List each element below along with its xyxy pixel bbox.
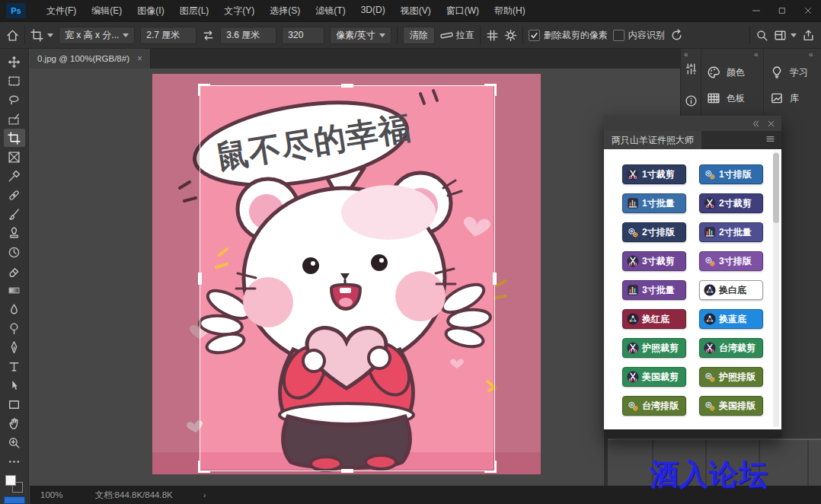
- menu-item-9[interactable]: 窗口(W): [439, 2, 486, 20]
- menu-item-4[interactable]: 文字(Y): [217, 2, 261, 20]
- healing-brush-tool[interactable]: [4, 186, 25, 204]
- plugin-button[interactable]: 2寸裁剪: [699, 193, 763, 213]
- menu-item-2[interactable]: 图像(I): [130, 2, 171, 20]
- share-icon[interactable]: [802, 29, 815, 42]
- brush-tool[interactable]: [4, 205, 25, 223]
- plugin-button[interactable]: 台湾排版: [622, 396, 686, 416]
- menu-item-7[interactable]: 3D(D): [354, 2, 392, 20]
- plugin-close-icon[interactable]: [767, 120, 775, 128]
- plugin-button[interactable]: 2寸排版: [622, 222, 686, 242]
- menu-item-8[interactable]: 视图(V): [394, 2, 438, 20]
- learn-panel-button[interactable]: 学习: [769, 65, 808, 79]
- status-options-chevron[interactable]: ›: [203, 490, 206, 499]
- plugin-button[interactable]: 3寸批量: [622, 280, 686, 300]
- clear-button[interactable]: 清除: [403, 27, 435, 44]
- plugin-tab[interactable]: 两只山羊证件照大师: [604, 131, 701, 149]
- close-button[interactable]: [795, 1, 821, 21]
- crop-handle-top[interactable]: [341, 84, 353, 88]
- plugin-button[interactable]: 3寸排版: [699, 251, 763, 271]
- quick-mask-button[interactable]: [4, 496, 25, 504]
- plugin-button[interactable]: 美国裁剪: [622, 367, 686, 387]
- crop-tool[interactable]: [4, 129, 25, 147]
- maximize-button[interactable]: [769, 1, 795, 21]
- search-icon[interactable]: [756, 29, 768, 42]
- crop-width-input[interactable]: 2.7 厘米: [140, 27, 196, 44]
- plugin-scrollbar-thumb[interactable]: [773, 153, 779, 223]
- crop-handle-top-right[interactable]: [484, 84, 497, 96]
- type-tool[interactable]: [4, 357, 25, 375]
- crop-handle-bottom-right[interactable]: [484, 461, 497, 473]
- zoom-level-field[interactable]: 100%: [40, 490, 62, 499]
- plugin-button[interactable]: 换红底: [622, 309, 686, 329]
- tab-close-icon[interactable]: ×: [137, 53, 142, 64]
- plugin-menu-button[interactable]: [765, 134, 775, 146]
- plugin-button[interactable]: 护照排版: [699, 367, 763, 387]
- blur-tool[interactable]: [4, 300, 25, 318]
- resolution-unit-select[interactable]: 像素/英寸: [330, 27, 391, 44]
- clone-stamp-tool[interactable]: [4, 224, 25, 242]
- plugin-button[interactable]: 1寸排版: [699, 164, 763, 184]
- gradient-tool[interactable]: [4, 281, 25, 299]
- zoom-tool[interactable]: [4, 433, 25, 451]
- tool-preset-button[interactable]: [30, 29, 53, 42]
- workspace-switcher[interactable]: [774, 29, 797, 42]
- path-selection-tool[interactable]: [4, 376, 25, 394]
- plugin-button[interactable]: 台湾裁剪: [699, 338, 763, 358]
- lasso-tool[interactable]: [4, 91, 25, 109]
- frame-tool[interactable]: [4, 148, 25, 166]
- document-image[interactable]: 鼠不尽的幸福: [152, 74, 541, 474]
- marquee-tool[interactable]: [4, 72, 25, 90]
- content-aware-checkbox[interactable]: 内容识别: [613, 29, 665, 42]
- plugin-button[interactable]: 1寸裁剪: [622, 164, 686, 184]
- eyedropper-tool[interactable]: [4, 167, 25, 185]
- crop-handle-top-left[interactable]: [198, 84, 210, 96]
- delete-cropped-pixels-checkbox[interactable]: 删除裁剪的像素: [529, 29, 608, 42]
- libraries-panel-button[interactable]: 库: [769, 91, 799, 105]
- document-tab[interactable]: 0.jpg @ 100%(RGB/8#) ×: [30, 49, 151, 69]
- history-brush-tool[interactable]: [4, 243, 25, 261]
- straighten-button[interactable]: 拉直: [440, 29, 474, 42]
- home-icon[interactable]: [6, 29, 19, 42]
- minimize-button[interactable]: [743, 1, 769, 21]
- crop-handle-left[interactable]: [198, 273, 202, 285]
- swap-dimensions-icon[interactable]: [202, 29, 215, 42]
- edit-toolbar-ellipsis-icon[interactable]: [4, 454, 25, 469]
- menu-item-3[interactable]: 图层(L): [173, 2, 216, 20]
- menu-item-1[interactable]: 编辑(E): [85, 2, 129, 20]
- collapse-panel-icon[interactable]: «: [754, 50, 758, 59]
- swatches-panel-button[interactable]: 色板: [706, 91, 745, 105]
- plugin-button[interactable]: 换白底: [699, 280, 763, 300]
- eraser-tool[interactable]: [4, 262, 25, 280]
- info-panel-button[interactable]: [682, 91, 700, 110]
- crop-height-input[interactable]: 3.6 厘米: [220, 27, 276, 44]
- color-swatches[interactable]: [5, 474, 24, 491]
- resolution-input[interactable]: 320: [282, 27, 324, 44]
- rectangle-tool[interactable]: [4, 395, 25, 413]
- menu-item-10[interactable]: 帮助(H): [487, 2, 532, 20]
- menu-item-6[interactable]: 滤镜(T): [308, 2, 352, 20]
- pen-tool[interactable]: [4, 338, 25, 356]
- menu-item-0[interactable]: 文件(F): [40, 2, 83, 20]
- crop-handle-right[interactable]: [493, 273, 497, 285]
- hand-tool[interactable]: [4, 414, 25, 432]
- reset-icon[interactable]: [670, 29, 683, 42]
- color-panel-button[interactable]: 颜色: [706, 65, 745, 79]
- collapse-panel-icon[interactable]: «: [684, 50, 688, 59]
- adjustments-panel-button[interactable]: [682, 59, 700, 78]
- object-selection-tool[interactable]: [4, 110, 25, 128]
- plugin-button[interactable]: 3寸裁剪: [622, 251, 686, 271]
- plugin-button[interactable]: 护照裁剪: [622, 338, 686, 358]
- collapse-icon[interactable]: [751, 120, 759, 128]
- foreground-color-swatch[interactable]: [5, 475, 16, 486]
- collapse-panel-icon[interactable]: «: [809, 50, 813, 59]
- dodge-tool[interactable]: [4, 319, 25, 337]
- crop-handle-bottom[interactable]: [341, 469, 353, 473]
- menu-item-5[interactable]: 选择(S): [263, 2, 307, 20]
- crop-bounding-box[interactable]: [200, 85, 495, 471]
- move-tool[interactable]: [4, 53, 25, 71]
- plugin-button[interactable]: 1寸批量: [622, 193, 686, 213]
- plugin-button[interactable]: 2寸批量: [699, 222, 763, 242]
- plugin-button[interactable]: 换蓝底: [699, 309, 763, 329]
- plugin-button[interactable]: 美国排版: [699, 396, 763, 416]
- crop-settings-gear-icon[interactable]: [504, 29, 517, 42]
